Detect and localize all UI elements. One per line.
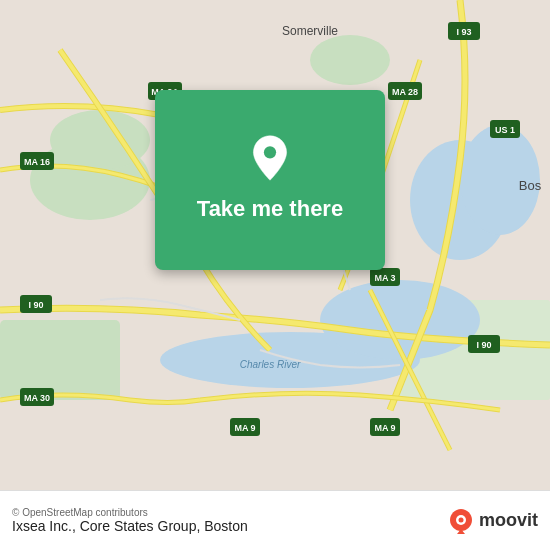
svg-point-35 [264,146,276,158]
svg-text:Charles River: Charles River [240,359,301,370]
osm-credit: © OpenStreetMap contributors [12,507,248,518]
svg-text:Somerville: Somerville [282,24,338,38]
svg-text:MA 9: MA 9 [234,423,255,433]
svg-text:US 1: US 1 [495,125,515,135]
svg-text:MA 30: MA 30 [24,393,50,403]
svg-rect-3 [0,320,120,400]
svg-text:Bos: Bos [519,178,542,193]
svg-point-37 [458,517,463,522]
moovit-icon [447,507,475,535]
location-pin-icon [246,134,294,182]
svg-text:MA 16: MA 16 [24,157,50,167]
info-bar: © OpenStreetMap contributors Ixsea Inc.,… [0,490,550,550]
location-card: Take me there [155,90,385,270]
svg-text:MA 3: MA 3 [374,273,395,283]
info-left: © OpenStreetMap contributors Ixsea Inc.,… [12,507,248,534]
take-me-there-button[interactable]: Take me there [189,192,351,226]
svg-text:I 90: I 90 [476,340,491,350]
location-title: Ixsea Inc., Core States Group, Boston [12,518,248,534]
svg-text:MA 28: MA 28 [392,87,418,97]
svg-text:MA 9: MA 9 [374,423,395,433]
svg-text:I 90: I 90 [28,300,43,310]
moovit-logo: moovit [447,507,538,535]
map-container: I 93 MA 2A MA 16 MA 28 US 1 MA 3 I 90 I … [0,0,550,490]
svg-point-4 [310,35,390,85]
svg-text:I 93: I 93 [456,27,471,37]
moovit-text: moovit [479,510,538,531]
